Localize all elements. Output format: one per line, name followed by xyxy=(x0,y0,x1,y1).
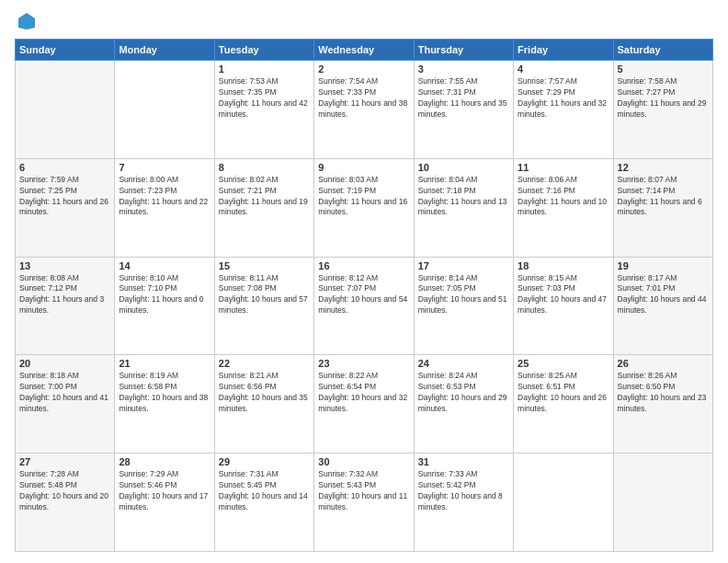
calendar-cell: 10Sunrise: 8:04 AM Sunset: 7:18 PM Dayli… xyxy=(414,158,513,257)
day-info: Sunrise: 7:57 AM Sunset: 7:29 PM Dayligh… xyxy=(518,76,609,121)
day-info: Sunrise: 7:59 AM Sunset: 7:25 PM Dayligh… xyxy=(19,175,110,219)
day-info: Sunrise: 8:24 AM Sunset: 6:53 PM Dayligh… xyxy=(418,371,509,415)
weekday-header-friday: Friday xyxy=(514,40,613,61)
day-number: 11 xyxy=(518,162,609,173)
day-number: 14 xyxy=(119,260,210,271)
day-number: 26 xyxy=(618,358,709,369)
weekday-header-tuesday: Tuesday xyxy=(214,40,313,61)
calendar-week-row: 13Sunrise: 8:08 AM Sunset: 7:12 PM Dayli… xyxy=(16,257,713,355)
day-number: 17 xyxy=(418,260,509,271)
day-number: 12 xyxy=(618,162,709,173)
day-info: Sunrise: 8:22 AM Sunset: 6:54 PM Dayligh… xyxy=(318,371,409,415)
calendar-week-row: 27Sunrise: 7:28 AM Sunset: 5:48 PM Dayli… xyxy=(16,454,713,552)
day-info: Sunrise: 7:53 AM Sunset: 7:35 PM Dayligh… xyxy=(219,76,310,121)
day-number: 29 xyxy=(219,456,310,467)
calendar-cell: 12Sunrise: 8:07 AM Sunset: 7:14 PM Dayli… xyxy=(613,158,712,257)
calendar-table: SundayMondayTuesdayWednesdayThursdayFrid… xyxy=(15,39,713,552)
calendar-cell: 8Sunrise: 8:02 AM Sunset: 7:21 PM Daylig… xyxy=(214,158,313,257)
calendar-cell: 19Sunrise: 8:17 AM Sunset: 7:01 PM Dayli… xyxy=(613,257,712,355)
calendar-cell: 4Sunrise: 7:57 AM Sunset: 7:29 PM Daylig… xyxy=(514,61,613,159)
day-number: 21 xyxy=(119,358,210,369)
day-info: Sunrise: 8:18 AM Sunset: 7:00 PM Dayligh… xyxy=(19,371,110,415)
day-info: Sunrise: 8:00 AM Sunset: 7:23 PM Dayligh… xyxy=(119,175,210,219)
day-info: Sunrise: 8:02 AM Sunset: 7:21 PM Dayligh… xyxy=(219,175,310,219)
day-number: 24 xyxy=(418,358,509,369)
calendar-cell: 20Sunrise: 8:18 AM Sunset: 7:00 PM Dayli… xyxy=(16,355,115,454)
calendar-cell: 14Sunrise: 8:10 AM Sunset: 7:10 PM Dayli… xyxy=(115,257,214,355)
day-number: 3 xyxy=(418,63,509,75)
calendar-cell: 9Sunrise: 8:03 AM Sunset: 7:19 PM Daylig… xyxy=(314,158,414,257)
weekday-header-saturday: Saturday xyxy=(613,40,712,61)
day-number: 6 xyxy=(19,162,110,173)
day-info: Sunrise: 8:15 AM Sunset: 7:03 PM Dayligh… xyxy=(518,273,609,317)
day-info: Sunrise: 8:03 AM Sunset: 7:19 PM Dayligh… xyxy=(318,175,409,219)
day-number: 22 xyxy=(219,358,310,369)
day-number: 5 xyxy=(618,63,709,75)
day-info: Sunrise: 7:58 AM Sunset: 7:27 PM Dayligh… xyxy=(618,76,709,121)
page: SundayMondayTuesdayWednesdayThursdayFrid… xyxy=(0,0,728,563)
calendar-cell xyxy=(115,61,214,159)
day-number: 23 xyxy=(318,358,409,369)
day-number: 2 xyxy=(318,63,409,75)
day-number: 18 xyxy=(518,260,609,271)
calendar-cell: 1Sunrise: 7:53 AM Sunset: 7:35 PM Daylig… xyxy=(214,61,313,159)
calendar-cell: 3Sunrise: 7:55 AM Sunset: 7:31 PM Daylig… xyxy=(414,61,513,159)
calendar-week-row: 6Sunrise: 7:59 AM Sunset: 7:25 PM Daylig… xyxy=(16,158,713,257)
day-number: 15 xyxy=(219,260,310,271)
day-number: 27 xyxy=(19,456,110,467)
calendar-cell: 22Sunrise: 8:21 AM Sunset: 6:56 PM Dayli… xyxy=(214,355,313,454)
calendar-cell: 7Sunrise: 8:00 AM Sunset: 7:23 PM Daylig… xyxy=(115,158,214,257)
calendar-cell: 13Sunrise: 8:08 AM Sunset: 7:12 PM Dayli… xyxy=(16,257,115,355)
day-number: 19 xyxy=(618,260,709,271)
day-info: Sunrise: 7:31 AM Sunset: 5:45 PM Dayligh… xyxy=(219,469,310,513)
day-number: 30 xyxy=(318,456,409,467)
calendar-cell: 26Sunrise: 8:26 AM Sunset: 6:50 PM Dayli… xyxy=(613,355,712,454)
calendar-cell: 25Sunrise: 8:25 AM Sunset: 6:51 PM Dayli… xyxy=(514,355,613,454)
day-info: Sunrise: 7:32 AM Sunset: 5:43 PM Dayligh… xyxy=(318,469,409,513)
calendar-cell: 30Sunrise: 7:32 AM Sunset: 5:43 PM Dayli… xyxy=(314,454,414,552)
day-info: Sunrise: 7:55 AM Sunset: 7:31 PM Dayligh… xyxy=(418,76,509,121)
day-info: Sunrise: 7:33 AM Sunset: 5:42 PM Dayligh… xyxy=(418,469,509,513)
calendar-week-row: 1Sunrise: 7:53 AM Sunset: 7:35 PM Daylig… xyxy=(16,61,713,159)
header xyxy=(15,11,713,31)
day-info: Sunrise: 8:10 AM Sunset: 7:10 PM Dayligh… xyxy=(119,273,210,317)
calendar-cell: 17Sunrise: 8:14 AM Sunset: 7:05 PM Dayli… xyxy=(414,257,513,355)
calendar-cell: 2Sunrise: 7:54 AM Sunset: 7:33 PM Daylig… xyxy=(314,61,414,159)
day-info: Sunrise: 7:54 AM Sunset: 7:33 PM Dayligh… xyxy=(318,76,409,121)
day-info: Sunrise: 8:21 AM Sunset: 6:56 PM Dayligh… xyxy=(219,371,310,415)
day-number: 9 xyxy=(318,162,409,173)
weekday-header-sunday: Sunday xyxy=(16,40,115,61)
calendar-week-row: 20Sunrise: 8:18 AM Sunset: 7:00 PM Dayli… xyxy=(16,355,713,454)
day-info: Sunrise: 8:08 AM Sunset: 7:12 PM Dayligh… xyxy=(19,273,110,317)
day-number: 10 xyxy=(418,162,509,173)
calendar-cell: 23Sunrise: 8:22 AM Sunset: 6:54 PM Dayli… xyxy=(314,355,414,454)
calendar-cell: 24Sunrise: 8:24 AM Sunset: 6:53 PM Dayli… xyxy=(414,355,513,454)
weekday-header-row: SundayMondayTuesdayWednesdayThursdayFrid… xyxy=(16,40,713,61)
day-number: 28 xyxy=(119,456,210,467)
calendar-cell: 31Sunrise: 7:33 AM Sunset: 5:42 PM Dayli… xyxy=(414,454,513,552)
day-number: 20 xyxy=(19,358,110,369)
day-info: Sunrise: 8:07 AM Sunset: 7:14 PM Dayligh… xyxy=(618,175,709,219)
day-number: 7 xyxy=(119,162,210,173)
calendar-cell: 29Sunrise: 7:31 AM Sunset: 5:45 PM Dayli… xyxy=(214,454,313,552)
day-info: Sunrise: 8:26 AM Sunset: 6:50 PM Dayligh… xyxy=(618,371,709,415)
day-info: Sunrise: 8:19 AM Sunset: 6:58 PM Dayligh… xyxy=(119,371,210,415)
calendar-cell: 27Sunrise: 7:28 AM Sunset: 5:48 PM Dayli… xyxy=(16,454,115,552)
calendar-cell: 16Sunrise: 8:12 AM Sunset: 7:07 PM Dayli… xyxy=(314,257,414,355)
day-info: Sunrise: 8:12 AM Sunset: 7:07 PM Dayligh… xyxy=(318,273,409,317)
day-number: 31 xyxy=(418,456,509,467)
day-info: Sunrise: 8:17 AM Sunset: 7:01 PM Dayligh… xyxy=(618,273,709,317)
logo-icon xyxy=(17,11,37,31)
day-info: Sunrise: 8:25 AM Sunset: 6:51 PM Dayligh… xyxy=(518,371,609,415)
calendar-cell: 28Sunrise: 7:29 AM Sunset: 5:46 PM Dayli… xyxy=(115,454,214,552)
day-number: 25 xyxy=(518,358,609,369)
day-number: 8 xyxy=(219,162,310,173)
day-info: Sunrise: 7:28 AM Sunset: 5:48 PM Dayligh… xyxy=(19,469,110,513)
day-info: Sunrise: 8:14 AM Sunset: 7:05 PM Dayligh… xyxy=(418,273,509,317)
day-info: Sunrise: 8:11 AM Sunset: 7:08 PM Dayligh… xyxy=(219,273,310,317)
calendar-cell: 5Sunrise: 7:58 AM Sunset: 7:27 PM Daylig… xyxy=(613,61,712,159)
calendar-cell: 18Sunrise: 8:15 AM Sunset: 7:03 PM Dayli… xyxy=(514,257,613,355)
calendar-cell: 6Sunrise: 7:59 AM Sunset: 7:25 PM Daylig… xyxy=(16,158,115,257)
day-number: 16 xyxy=(318,260,409,271)
calendar-cell: 15Sunrise: 8:11 AM Sunset: 7:08 PM Dayli… xyxy=(214,257,313,355)
